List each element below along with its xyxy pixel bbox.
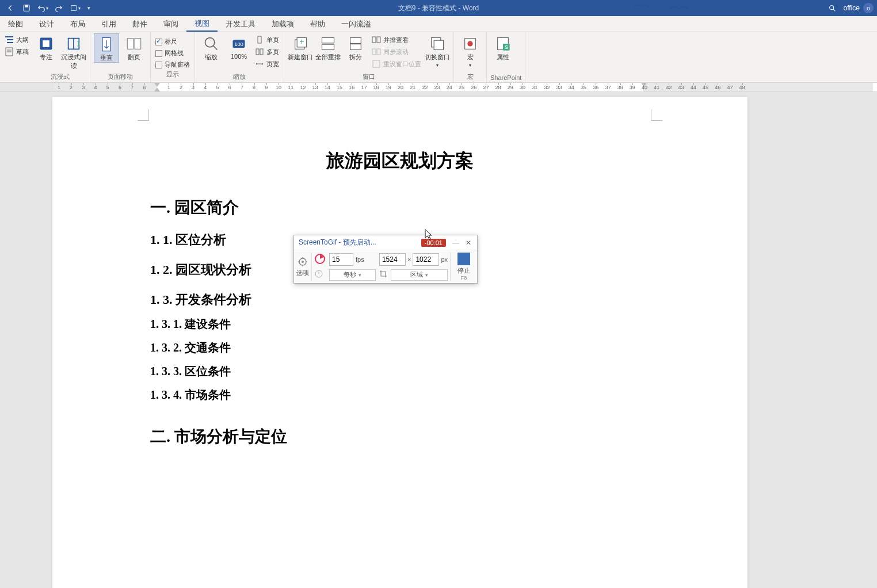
ruler-tick: 41 <box>653 83 661 91</box>
reset-window-pos-button: 重设窗口位置 <box>371 59 422 69</box>
width-input[interactable] <box>379 253 406 266</box>
heading-3: 1. 3. 3. 区位条件 <box>150 364 650 379</box>
gridlines-checkbox[interactable]: 网格线 <box>154 48 191 58</box>
px-unit-label: px <box>441 256 448 263</box>
svg-text:+: + <box>299 37 304 46</box>
minimize-icon[interactable]: — <box>449 237 462 249</box>
ruler-checkbox[interactable]: 标尺 <box>154 37 191 47</box>
tab-view[interactable]: 视图 <box>186 16 218 32</box>
focus-button[interactable]: 专注 <box>33 33 59 62</box>
ruler-tick: 14 <box>323 83 331 91</box>
qat-customize-button[interactable]: ▾ <box>85 2 92 14</box>
close-icon[interactable]: ✕ <box>462 237 475 249</box>
document-area: 旅游园区规划方案 一. 园区简介 1. 1. 区位分析 1. 2. 园区现状分析… <box>0 92 877 588</box>
user-account[interactable]: office o <box>844 3 874 13</box>
tab-help[interactable]: 帮助 <box>302 16 333 32</box>
ribbon-tabs: 绘图 设计 布局 引用 邮件 审阅 视图 开发工具 加载项 帮助 一闪流溢 <box>0 16 877 32</box>
screentogif-window[interactable]: ScreenToGif - 预先启动... -00:01 — ✕ 选项 fps … <box>293 235 478 284</box>
group-window-label: 窗口 <box>288 72 450 82</box>
ribbon: 大纲 草稿 专注 沉浸式阅读 沉浸式 垂直 翻页 页面移动 标尺 网格线 导航窗… <box>0 32 877 83</box>
one-page-button[interactable]: 单页 <box>254 35 280 45</box>
ruler-tick: 8 <box>250 83 258 91</box>
qat-undo-button[interactable]: ▾ <box>37 2 48 14</box>
ruler-tick: 36 <box>592 83 600 91</box>
stop-icon <box>457 253 470 265</box>
svg-rect-7 <box>7 42 13 43</box>
new-window-button[interactable]: +新建窗口 <box>288 33 313 62</box>
horizontal-ruler[interactable]: 8765432112345678910111213141516171819202… <box>0 83 877 92</box>
fps-input[interactable] <box>329 253 353 266</box>
svg-rect-14 <box>127 39 134 49</box>
tab-drawing[interactable]: 绘图 <box>0 16 31 32</box>
stg-options-button[interactable]: 选项 <box>296 253 309 281</box>
outline-view-button[interactable]: 大纲 <box>3 35 30 45</box>
qat-back-button[interactable] <box>5 2 16 14</box>
arrange-all-button[interactable]: 全部重排 <box>315 33 341 62</box>
ruler-tick: 16 <box>348 83 356 91</box>
side-to-side-button[interactable]: 翻页 <box>121 33 147 62</box>
tab-layout[interactable]: 布局 <box>62 16 93 32</box>
tab-developer[interactable]: 开发工具 <box>218 16 264 32</box>
macros-button[interactable]: 宏▾ <box>457 33 483 68</box>
vertical-button[interactable]: 垂直 <box>94 33 119 63</box>
quick-access-toolbar: ▾ ▾ ▾ <box>0 2 92 14</box>
tab-references[interactable]: 引用 <box>93 16 124 32</box>
zoom-button[interactable]: 缩放 <box>199 33 224 62</box>
ruler-tick: 27 <box>482 83 490 91</box>
document-page[interactable]: 旅游园区规划方案 一. 园区简介 1. 1. 区位分析 1. 2. 园区现状分析… <box>52 97 748 588</box>
ruler-tick: 7 <box>238 83 246 91</box>
ruler-tick: 19 <box>384 83 392 91</box>
doc-title: 旅游园区规划方案 <box>150 148 650 174</box>
split-button[interactable]: 拆分 <box>343 33 368 62</box>
ruler-tick: 32 <box>543 83 551 91</box>
qat-redo-button[interactable] <box>53 2 64 14</box>
multi-page-button[interactable]: 多页 <box>254 47 280 57</box>
heading-2: 1. 3. 开发条件分析 <box>150 291 650 308</box>
navpane-checkbox[interactable]: 导航窗格 <box>154 60 191 70</box>
height-input[interactable] <box>413 253 439 266</box>
sync-scroll-button: 同步滚动 <box>371 47 422 57</box>
crop-icon[interactable] <box>379 270 387 280</box>
ruler-tick: 3 <box>189 83 197 91</box>
interval-dropdown[interactable]: 每秒 <box>329 269 376 281</box>
qat-save-button[interactable] <box>21 2 32 14</box>
side-by-side-button[interactable]: 并排查看 <box>371 35 422 45</box>
stg-title-text: ScreenToGif - 预先启动... <box>299 238 421 247</box>
tab-addins[interactable]: 加载项 <box>264 16 302 32</box>
svg-rect-26 <box>322 38 334 43</box>
ruler-tick: 6 <box>116 83 124 91</box>
zoom-100-button[interactable]: 100100% <box>226 33 251 60</box>
heading-1: 二. 市场分析与定位 <box>150 426 650 448</box>
tab-review[interactable]: 审阅 <box>155 16 186 32</box>
region-dropdown[interactable]: 区域 <box>391 269 448 281</box>
ruler-tick: 22 <box>421 83 429 91</box>
draft-view-button[interactable]: 草稿 <box>3 47 30 57</box>
ruler-tick: 4 <box>91 83 100 91</box>
page-corner-marker <box>138 109 149 121</box>
svg-rect-12 <box>43 40 49 47</box>
tab-mailings[interactable]: 邮件 <box>124 16 155 32</box>
stop-button[interactable]: 停止 F8 <box>453 253 475 281</box>
switch-windows-button[interactable]: 切换窗口▾ <box>425 33 450 68</box>
qat-touch-mode-button[interactable]: ▾ <box>69 2 81 14</box>
svg-rect-27 <box>322 44 334 49</box>
ruler-tick: 3 <box>79 83 87 91</box>
ruler-tick: 10 <box>274 83 283 91</box>
titlebar: ▾ ▾ ▾ 文档9 - 兼容性模式 - Word office o <box>0 0 877 16</box>
svg-line-17 <box>213 46 218 50</box>
tab-design[interactable]: 设计 <box>31 16 62 32</box>
immersive-reader-button[interactable]: 沉浸式阅读 <box>61 33 86 70</box>
ruler-tick: 15 <box>335 83 344 91</box>
search-icon[interactable] <box>826 2 838 14</box>
svg-rect-33 <box>377 49 380 55</box>
svg-rect-36 <box>434 40 443 49</box>
stg-titlebar[interactable]: ScreenToGif - 预先启动... -00:01 — ✕ <box>294 235 477 250</box>
tab-custom[interactable]: 一闪流溢 <box>333 16 379 32</box>
user-name: office <box>844 4 860 12</box>
svg-rect-2 <box>71 6 76 11</box>
ruler-tick: 9 <box>262 83 270 91</box>
page-width-button[interactable]: 页宽 <box>254 59 280 69</box>
ruler-tick: 45 <box>701 83 710 91</box>
properties-button[interactable]: S属性 <box>490 33 516 62</box>
svg-rect-22 <box>260 49 263 55</box>
